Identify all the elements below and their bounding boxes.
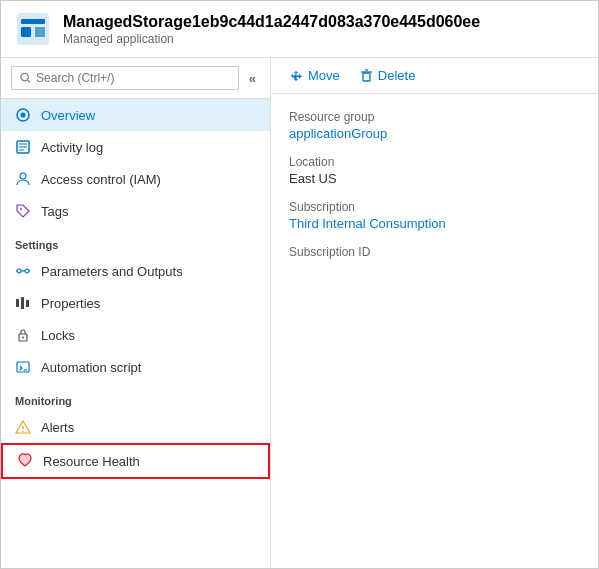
svg-point-15 [25, 269, 29, 273]
sidebar: « Overview [1, 58, 271, 568]
toolbar: Move Delete [271, 58, 598, 94]
sidebar-label-parameters-outputs: Parameters and Outputs [41, 264, 183, 279]
svg-rect-24 [17, 362, 29, 372]
monitoring-section: Monitoring Alerts Resource Heal [1, 383, 270, 479]
svg-point-30 [22, 430, 24, 432]
automation-icon [15, 359, 31, 375]
search-bar: « [1, 58, 270, 99]
sidebar-label-locks: Locks [41, 328, 75, 343]
svg-point-14 [17, 269, 21, 273]
resource-health-icon [17, 453, 33, 469]
sidebar-item-properties[interactable]: Properties [1, 287, 270, 319]
sidebar-label-properties: Properties [41, 296, 100, 311]
delete-button[interactable]: Delete [360, 68, 416, 83]
sidebar-label-overview: Overview [41, 108, 95, 123]
move-label: Move [308, 68, 340, 83]
subscription-value[interactable]: Third Internal Consumption [289, 216, 580, 231]
svg-point-23 [22, 337, 24, 339]
parameters-icon [15, 263, 31, 279]
activity-log-icon [15, 139, 31, 155]
locks-icon [15, 327, 31, 343]
location-value: East US [289, 171, 580, 186]
sidebar-label-access-control: Access control (IAM) [41, 172, 161, 187]
sidebar-label-tags: Tags [41, 204, 68, 219]
delete-label: Delete [378, 68, 416, 83]
svg-point-13 [20, 208, 22, 210]
settings-section: Settings Parameters and Outputs [1, 227, 270, 383]
svg-point-12 [20, 173, 26, 179]
search-input[interactable] [36, 71, 230, 85]
subscription-label: Subscription [289, 200, 580, 214]
sidebar-label-activity-log: Activity log [41, 140, 103, 155]
sidebar-item-locks[interactable]: Locks [1, 319, 270, 351]
sidebar-item-overview[interactable]: Overview [1, 99, 270, 131]
sidebar-item-alerts[interactable]: Alerts [1, 411, 270, 443]
properties-icon [15, 295, 31, 311]
app-header: ManagedStorage1eb9c44d1a2447d083a370e445… [1, 1, 598, 58]
subscription-row: Subscription Third Internal Consumption [289, 200, 580, 231]
info-section: Resource group applicationGroup Location… [271, 94, 598, 277]
move-button[interactable]: Move [289, 68, 340, 83]
nav-top: Overview Activity log [1, 99, 270, 227]
subscription-id-row: Subscription ID [289, 245, 580, 261]
sidebar-item-parameters-outputs[interactable]: Parameters and Outputs [1, 255, 270, 287]
resource-group-value[interactable]: applicationGroup [289, 126, 580, 141]
content-area: Move Delete Resource group applicationGr… [271, 58, 598, 568]
app-title: ManagedStorage1eb9c44d1a2447d083a370e445… [63, 12, 480, 31]
svg-rect-19 [16, 299, 19, 307]
overview-icon [15, 107, 31, 123]
svg-rect-31 [363, 73, 370, 81]
monitoring-section-label: Monitoring [1, 383, 270, 411]
move-icon [289, 69, 303, 83]
svg-point-7 [21, 113, 26, 118]
search-icon [20, 72, 31, 84]
sidebar-item-resource-health[interactable]: Resource Health [1, 443, 270, 479]
sidebar-label-resource-health: Resource Health [43, 454, 140, 469]
location-label: Location [289, 155, 580, 169]
svg-rect-1 [21, 19, 45, 24]
collapse-button[interactable]: « [245, 69, 260, 88]
svg-rect-20 [21, 297, 24, 309]
app-subtitle: Managed application [63, 32, 480, 46]
tags-icon [15, 203, 31, 219]
resource-group-row: Resource group applicationGroup [289, 110, 580, 141]
sidebar-label-automation-script: Automation script [41, 360, 141, 375]
access-control-icon [15, 171, 31, 187]
alerts-icon [15, 419, 31, 435]
subscription-id-label: Subscription ID [289, 245, 580, 259]
sidebar-item-tags[interactable]: Tags [1, 195, 270, 227]
search-input-wrapper[interactable] [11, 66, 239, 90]
svg-line-26 [20, 368, 22, 370]
svg-rect-2 [21, 27, 31, 37]
svg-point-4 [21, 73, 28, 80]
sidebar-item-access-control[interactable]: Access control (IAM) [1, 163, 270, 195]
location-row: Location East US [289, 155, 580, 186]
sidebar-label-alerts: Alerts [41, 420, 74, 435]
sidebar-item-activity-log[interactable]: Activity log [1, 131, 270, 163]
svg-rect-21 [26, 300, 29, 307]
main-layout: « Overview [1, 58, 598, 568]
resource-group-label: Resource group [289, 110, 580, 124]
delete-icon [360, 69, 373, 82]
sidebar-item-automation-script[interactable]: Automation script [1, 351, 270, 383]
svg-line-5 [28, 80, 30, 82]
settings-section-label: Settings [1, 227, 270, 255]
svg-rect-3 [35, 27, 45, 37]
app-icon [15, 11, 51, 47]
header-text: ManagedStorage1eb9c44d1a2447d083a370e445… [63, 12, 480, 45]
